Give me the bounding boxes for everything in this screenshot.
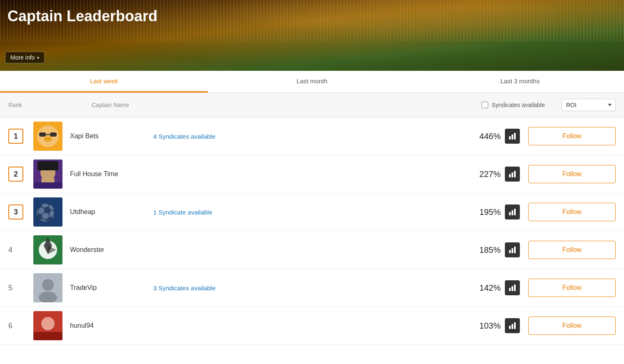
hero-section: Captain Leaderboard More info ▾	[0, 0, 624, 71]
avatar: ⚽	[33, 197, 62, 227]
svg-rect-36	[514, 284, 516, 291]
rank-badge: 2	[8, 167, 23, 182]
rank-cell: 1	[8, 129, 33, 144]
follow-button[interactable]: Follow	[528, 317, 616, 335]
stats-icon[interactable]	[505, 242, 520, 257]
table-row: 3 ⚽ Utdheap1 Syndicate available195% Fol…	[0, 193, 624, 231]
rank-cell: 5	[8, 284, 33, 292]
rank-badge: 3	[8, 204, 23, 219]
follow-button[interactable]: Follow	[528, 279, 616, 297]
syndicates-cell: 4 Syndicates available	[153, 133, 455, 140]
svg-rect-34	[509, 288, 511, 291]
stats-icon[interactable]	[505, 318, 520, 333]
avatar	[33, 160, 62, 189]
rank-cell: 2	[8, 167, 33, 182]
captain-name: TradeVip	[70, 284, 153, 292]
syndicates-link[interactable]: 4 Syndicates available	[153, 133, 215, 140]
stats-icon[interactable]	[505, 280, 520, 295]
avatar	[33, 235, 62, 264]
avatar	[33, 311, 62, 340]
svg-rect-41	[512, 324, 513, 329]
tabs-container: Last week Last month Last 3 months	[0, 71, 624, 93]
captain-name: Utdheap	[70, 208, 153, 216]
table-row: 6 hunul94103% Follow	[0, 307, 624, 345]
roi-value: 185%	[455, 245, 501, 255]
svg-point-2	[44, 137, 52, 142]
leaderboard-table: 1 Xapi Bets4 Syndicates available446% Fo…	[0, 117, 624, 345]
table-row: 2 Full House Time227% Follow	[0, 155, 624, 193]
more-info-label: More info	[10, 54, 35, 61]
roi-value: 142%	[455, 283, 501, 293]
rank-column-header: Rank	[8, 102, 33, 108]
svg-rect-6	[509, 136, 511, 140]
svg-rect-14	[33, 182, 62, 189]
svg-rect-8	[514, 133, 516, 140]
svg-rect-17	[514, 171, 516, 177]
rank-number: 5	[8, 284, 12, 292]
tab-last-3-months[interactable]: Last 3 months	[416, 71, 624, 92]
captain-name-column-header: Captain Name	[92, 102, 175, 108]
table-row: 5 TradeVip3 Syndicates available142% Fol…	[0, 269, 624, 307]
svg-rect-39	[33, 332, 62, 340]
svg-rect-40	[509, 326, 511, 329]
svg-rect-28	[509, 250, 511, 253]
follow-button[interactable]: Follow	[528, 203, 616, 221]
svg-rect-15	[509, 174, 511, 177]
filter-row: Rank Captain Name Syndicates available R…	[0, 93, 624, 117]
roi-select[interactable]: ROI Profit Win Rate	[562, 99, 616, 111]
svg-rect-16	[512, 172, 513, 177]
captain-name: Full House Time	[70, 170, 153, 178]
svg-rect-30	[514, 247, 516, 253]
syndicates-link[interactable]: 3 Syndicates available	[153, 284, 215, 292]
avatar	[33, 122, 62, 151]
rank-cell: 6	[8, 322, 33, 330]
svg-rect-12	[37, 161, 58, 170]
svg-rect-5	[46, 134, 50, 135]
tab-last-month[interactable]: Last month	[208, 71, 416, 92]
tab-last-week[interactable]: Last week	[0, 71, 208, 92]
stats-icon[interactable]	[505, 129, 520, 144]
stats-icon[interactable]	[505, 204, 520, 219]
svg-rect-42	[514, 322, 516, 329]
svg-rect-3	[39, 132, 46, 137]
more-info-button[interactable]: More info ▾	[5, 52, 45, 63]
syndicates-cell: 1 Syndicate available	[153, 209, 455, 216]
captain-name: hunul94	[70, 322, 153, 329]
page-title: Captain Leaderboard	[7, 7, 157, 25]
svg-text:⚽: ⚽	[35, 202, 56, 222]
table-row: 4 Wonderster185% Follow	[0, 231, 624, 269]
stats-icon[interactable]	[505, 167, 520, 182]
svg-rect-7	[512, 135, 513, 140]
roi-value: 446%	[455, 132, 501, 141]
table-row: 1 Xapi Bets4 Syndicates available446% Fo…	[0, 117, 624, 155]
svg-rect-35	[512, 286, 513, 291]
follow-button[interactable]: Follow	[528, 165, 616, 183]
captain-name: Wonderster	[70, 246, 153, 254]
chevron-down-icon: ▾	[37, 55, 39, 60]
follow-button[interactable]: Follow	[528, 127, 616, 145]
rank-number: 4	[8, 246, 12, 254]
captain-name: Xapi Bets	[70, 132, 153, 140]
avatar	[33, 273, 62, 302]
roi-value: 227%	[455, 170, 501, 179]
syndicates-filter-label: Syndicates available	[492, 102, 545, 108]
svg-point-32	[42, 279, 54, 291]
syndicates-link[interactable]: 1 Syndicate available	[153, 209, 212, 216]
roi-value: 195%	[455, 207, 501, 217]
svg-rect-23	[514, 209, 516, 215]
svg-point-38	[41, 317, 55, 330]
roi-value: 103%	[455, 321, 501, 331]
syndicates-checkbox[interactable]	[482, 102, 488, 108]
rank-badge: 1	[8, 129, 23, 144]
svg-rect-4	[50, 132, 57, 137]
svg-rect-22	[512, 210, 513, 215]
follow-button[interactable]: Follow	[528, 241, 616, 259]
rank-cell: 4	[8, 246, 33, 254]
rank-number: 6	[8, 322, 12, 330]
syndicates-cell: 3 Syndicates available	[153, 284, 455, 292]
svg-rect-21	[509, 212, 511, 215]
syndicates-filter: Syndicates available	[482, 102, 545, 108]
svg-rect-29	[512, 248, 513, 253]
rank-cell: 3	[8, 204, 33, 219]
